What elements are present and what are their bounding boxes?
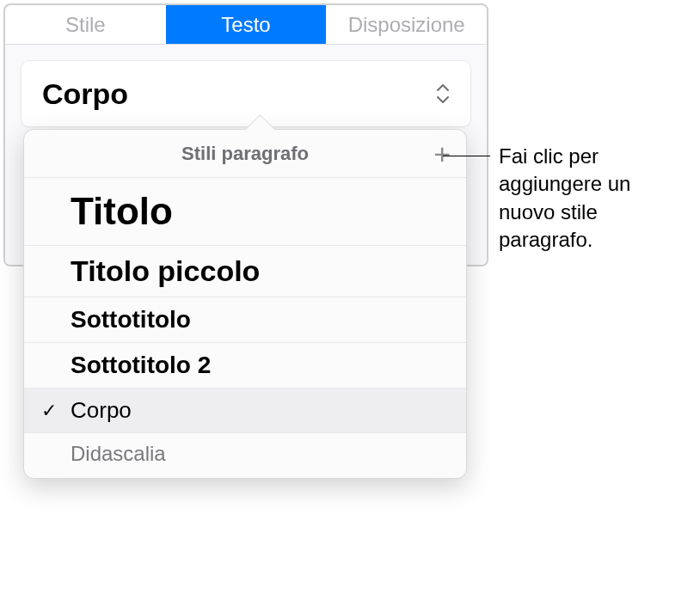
callout-text: Fai clic per aggiungere un nuovo stile p… [499,143,679,254]
style-item-label: Titolo piccolo [71,254,260,287]
style-item[interactable]: Titolo piccolo [24,246,466,297]
style-item[interactable]: Titolo [24,178,466,246]
popover-title: Stili paragrafo [181,143,309,165]
style-item-label: Sottotitolo [71,306,191,333]
paragraph-style-current: Corpo [42,77,128,111]
paragraph-style-select[interactable]: Corpo [21,60,471,127]
style-item-label: Corpo [71,397,132,423]
tab-stile[interactable]: Stile [5,5,166,44]
style-item[interactable]: Sottotitolo [24,297,466,343]
style-item-label: Titolo [71,190,173,232]
add-style-button[interactable]: + [433,139,451,168]
plus-icon: + [433,138,451,170]
checkmark-icon: ✓ [41,400,57,422]
style-item[interactable]: Didascalia [24,433,466,478]
tab-testo[interactable]: Testo [166,5,327,44]
style-item-label: Didascalia [71,442,166,465]
style-item-label: Sottotitolo 2 [71,352,211,378]
paragraph-style-list: TitoloTitolo piccoloSottotitoloSottotito… [24,178,466,478]
popover-header: Stili paragrafo + [24,130,466,178]
callout-leader-line [443,156,490,156]
chevron-updown-icon [436,84,450,103]
tab-disposizione[interactable]: Disposizione [326,5,487,44]
style-item[interactable]: Sottotitolo 2 [24,343,466,389]
style-item[interactable]: ✓Corpo [24,389,466,433]
tabs: Stile Testo Disposizione [5,5,487,45]
paragraph-styles-popover: Stili paragrafo + TitoloTitolo piccoloSo… [23,129,467,479]
